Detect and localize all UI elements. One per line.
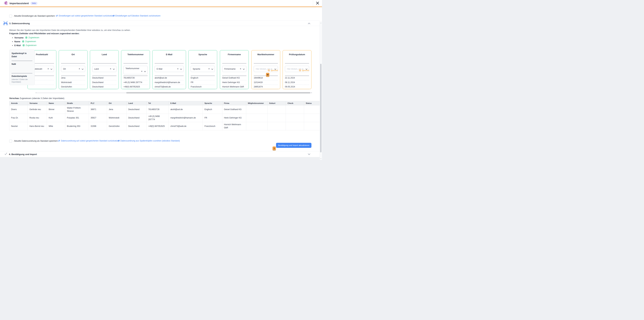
clear-icon[interactable]: ✕: [177, 68, 178, 70]
vertical-scrollbar-thumb[interactable]: [320, 64, 322, 152]
undo-icon: ↺: [112, 15, 114, 17]
reset-settings-edoobox-link[interactable]: ↺ Einstellungen auf Edoobox Standard zur…: [112, 15, 160, 17]
clear-icon[interactable]: ✕: [79, 68, 80, 70]
divider: [254, 63, 278, 64]
chevron-down-icon[interactable]: [82, 68, 84, 71]
horizontal-scrollbar-thumb[interactable]: [126, 92, 310, 94]
sample-rows: akohl@aol.demargritheidrich@hamann.dechr…: [152, 76, 186, 89]
confirm-import-button[interactable]: Bestätigung und Import aktualisieren: [276, 143, 312, 148]
clear-icon[interactable]: ✕: [208, 68, 210, 70]
chevron-down-icon[interactable]: [180, 68, 182, 71]
field-select[interactable]: Telefonnummer✕: [124, 66, 148, 74]
field-select[interactable]: Sprache✕: [191, 66, 215, 72]
table-cell: Frau Dr.: [10, 114, 28, 122]
table-cell: [246, 122, 268, 130]
card-title: E-Mail: [152, 53, 186, 56]
column-header: E-Mail: [168, 101, 202, 105]
sample-value: 08.11.2024: [285, 80, 309, 85]
section-3-title: 3. Datenzuordnung: [9, 22, 30, 25]
section-4-header[interactable]: 4. Bestätigung und Import: [0, 151, 320, 157]
chevron-down-icon[interactable]: [211, 68, 213, 71]
annotation-marker-h: H: [266, 73, 269, 77]
sample-rows: EnglischFRFranzösisch: [188, 76, 217, 89]
table-cell: [246, 114, 268, 122]
mapping-card-3: TelefonnummerTelefonnummer✕7814853726+49…: [121, 50, 150, 89]
clear-icon[interactable]: ✕: [48, 68, 49, 70]
reset-settings-last-saved-link[interactable]: ↺ Einstellungen auf zuletzt gespeicherte…: [56, 15, 115, 17]
divider: [12, 73, 32, 73]
column-header: Mitgliedsnummer: [246, 101, 268, 105]
sample-value: christl73@web.de: [155, 85, 184, 89]
chevron-down-icon[interactable]: [308, 153, 310, 156]
reset-mapping-last-saved-link[interactable]: ↺ Datenzuordnung auf zuletzt gespeichert…: [58, 140, 120, 142]
chevron-down-icon[interactable]: [243, 68, 245, 71]
mandatory-fields-note: Folgende Zielfelder sind Pflichtfelder u…: [9, 32, 80, 35]
warning-icon: !: [268, 69, 270, 72]
table-cell: Geisel Gotthard KG: [222, 105, 246, 114]
clear-icon[interactable]: ✕: [141, 71, 142, 72]
save-mapping-checkbox[interactable]: [9, 140, 12, 142]
close-button[interactable]: [316, 1, 320, 5]
column-header: Tel: [146, 101, 168, 105]
close-icon: [316, 2, 319, 5]
field-select[interactable]: Firmenname✕: [222, 66, 246, 72]
check-icon: ✓: [22, 40, 24, 43]
sample-value: Wolmirstedt: [61, 80, 85, 85]
chevron-down-icon[interactable]: [144, 70, 146, 73]
table-cell: Bruderring 353: [65, 122, 89, 130]
sample-value: 7814853726: [124, 76, 148, 80]
sample-value: +49(0) 687052625: [124, 85, 148, 89]
map-from-headers-link[interactable]: ↺ Datenzuordnung aus Spaltenköpfen zuord…: [118, 140, 180, 142]
card-title: Ort: [59, 53, 88, 56]
table-row: Frau Dr.Rosita neuKuhlPutzplatz 35135927…: [10, 114, 322, 122]
save-settings-checkbox[interactable]: [9, 15, 12, 18]
table-cell: +49(0) 687052625: [146, 122, 168, 130]
field-select[interactable]: E-Mail✕: [155, 66, 184, 72]
preview-label: Vorschau Zugewiesen (oberste 3 Zeilen de…: [9, 97, 64, 100]
mapping-card-6: FirmennameFirmenname✕Geisel Gotthard KGH…: [220, 50, 249, 89]
sample-rows: JenaWolmirstedtGerolzhofen: [59, 76, 88, 89]
clear-icon[interactable]: ✕: [240, 68, 241, 70]
table-cell: 36971: [89, 105, 107, 114]
required-fields-list: • Vorname ✓Zugewiesen • Name ✓Zugewiesen…: [12, 36, 39, 48]
clear-icon[interactable]: ✕: [110, 68, 111, 70]
sample-value: Geisel Gotthard KG: [222, 76, 246, 80]
divider: [0, 20, 320, 21]
required-field-name: • Name ✓Zugewiesen: [12, 40, 39, 43]
sample-value: akohl@aol.de: [155, 76, 184, 80]
table-cell: [304, 114, 322, 122]
card-title: Spaltenkopf in Datei: [12, 52, 32, 58]
save-settings-label: Aktuelle Einstellungen als Standard spei…: [14, 15, 55, 17]
undo-icon: ↺: [118, 140, 120, 142]
sample-value: Englisch: [191, 76, 215, 80]
data-mapping-icon: [3, 21, 8, 26]
horizontal-scrollbar[interactable]: ◂ ▸: [35, 92, 312, 94]
chevron-down-icon[interactable]: [50, 68, 52, 71]
field-select[interactable]: Land✕: [92, 66, 116, 72]
table-cell: 7814853726: [146, 105, 168, 114]
table-cell: Gerlinde neu: [28, 105, 47, 114]
status-badge: ✓Zugewiesen: [22, 40, 36, 43]
column-header-card: Spaltenkopf in Datei NaN Datenbeispiele …: [9, 50, 35, 85]
table-cell: FR: [203, 114, 222, 122]
section-4-title: 4. Bestätigung und Import: [9, 153, 37, 156]
vertical-scrollbar[interactable]: ▲ ▼: [320, 21, 322, 160]
beta-badge: beta: [30, 2, 38, 5]
table-cell: Neutral: [10, 122, 28, 130]
table-cell: margritheidrich@hamann.de: [168, 114, 202, 122]
required-field-vorname: • Vorname ✓Zugewiesen: [12, 36, 39, 39]
chevron-up-icon[interactable]: [308, 22, 310, 25]
required-field-email: • E-Mail ✓Zugewiesen: [12, 44, 39, 47]
chevron-down-icon[interactable]: [113, 68, 115, 71]
sample-rows: Geisel Gotthard KGHenk Gehringer KGHorni…: [220, 76, 248, 89]
field-select[interactable]: Ort✕: [61, 66, 85, 72]
column-header: Check: [286, 101, 304, 105]
mapping-card-5: SpracheSprache✕EnglischFRFranzösisch: [188, 50, 217, 89]
divider: [191, 63, 215, 64]
select-value: Firmenname: [224, 68, 236, 70]
section-3-header[interactable]: 3. Datenzuordnung: [0, 21, 320, 26]
settings-bar: Aktuelle Einstellungen als Standard spei…: [9, 15, 55, 18]
sample-value: margritheidrich@hamann.de: [155, 80, 184, 85]
table-cell: [267, 105, 286, 114]
table-row: DiversGerlinde neuBinnerWalter-Fröhlich-…: [10, 105, 322, 114]
